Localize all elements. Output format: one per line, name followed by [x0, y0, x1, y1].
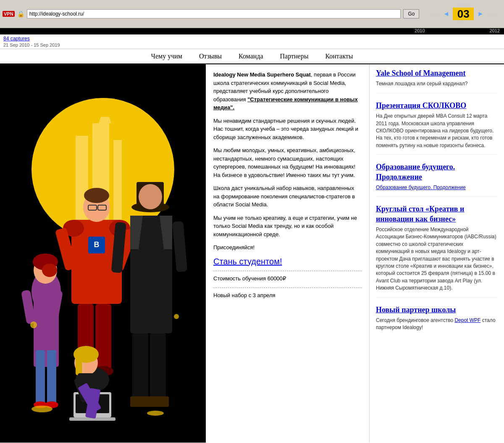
char-right — [111, 182, 188, 407]
svg-marker-3 — [99, 117, 111, 123]
hero-figures: B — [8, 90, 197, 434]
cta-button[interactable]: Стань студентом! — [213, 257, 362, 266]
svg-rect-41 — [148, 396, 169, 407]
svg-rect-47 — [76, 354, 82, 375]
main-content: B — [0, 64, 504, 443]
center-content: Idealogy New Media Superhero Squat, перв… — [206, 64, 370, 443]
svg-point-35 — [139, 184, 162, 209]
svg-point-26 — [42, 264, 57, 277]
sidebar-item-1: Презентация СКОЛКОВО На Дне открытых две… — [376, 101, 498, 155]
nav-item-2[interactable]: Команда — [239, 53, 263, 60]
svg-point-23 — [84, 188, 109, 203]
year-prev: 2010 — [415, 28, 425, 33]
sidebar-title-2[interactable]: Образование будущего. Продолжение — [376, 162, 498, 182]
captures-date: 21 Sep 2010 - 15 Sep 2019 — [3, 42, 60, 47]
intro-paragraph-3: Мы любим молодых, умных, креативных, амб… — [213, 146, 362, 179]
sidebar-item-3: Круглый стол «Креатив и инновации как би… — [376, 204, 498, 297]
svg-point-56 — [32, 406, 52, 412]
sidebar-title-0[interactable]: Yale School of Management — [376, 69, 498, 78]
sidebar-item-4: Новый партнер школы Сегодня брендинговое… — [376, 305, 498, 337]
captures-bar: 84 captures 21 Sep 2010 - 15 Sep 2019 — [0, 34, 504, 49]
captures-link[interactable]: 84 captures — [3, 36, 30, 42]
mar-label: MAR — [453, 3, 474, 8]
sidebar-body-2-link[interactable]: Образование будущего. Продолжение — [376, 185, 466, 190]
svg-rect-38 — [132, 333, 148, 405]
hero-svg: B — [8, 115, 197, 434]
divider-1 — [213, 271, 362, 271]
char-left — [21, 253, 63, 408]
wayback-year: 2011 — [453, 20, 474, 25]
wayback-date: 03 — [453, 8, 474, 20]
new-intake-section: Новый набор с 3 апреля — [213, 291, 362, 300]
nav-item-3[interactable]: Партнеры — [280, 53, 309, 60]
sidebar-title-4[interactable]: Новый партнер школы — [376, 305, 498, 315]
nav-item-1[interactable]: Отзывы — [199, 53, 222, 60]
sidebar-body-4-link[interactable]: Depot WPF — [454, 317, 480, 323]
nav-item-4[interactable]: Контакты — [325, 53, 353, 60]
vpn-badge: VPN — [3, 11, 15, 17]
intro-paragraph-2: Мы ненавидим стандартные решения и скучн… — [213, 117, 362, 142]
sidebar-body-3: Российское отделение Международной Ассоц… — [376, 226, 498, 292]
svg-rect-39 — [150, 333, 166, 405]
divider-2 — [213, 287, 362, 288]
hero-area: B — [0, 64, 206, 443]
sidebar-body-4-prefix: Сегодня брендинговое агентство — [376, 317, 454, 323]
browser-bar: VPN 🔒 Go SEP ◄ MAR 03 2011 ► AUG — [0, 0, 504, 28]
site-nav: Чему учим Отзывы Команда Партнеры Контак… — [0, 49, 504, 64]
nav-item-0[interactable]: Чему учим — [151, 53, 182, 60]
sidebar-item-2: Образование будущего. Продолжение Образо… — [376, 162, 498, 197]
svg-point-59 — [174, 314, 179, 319]
svg-rect-7 — [47, 350, 56, 405]
aug-label: AUG — [487, 11, 497, 16]
cost-section: Стоимость обучения 60000₽ — [213, 274, 362, 283]
next-arrow[interactable]: ► — [477, 10, 484, 18]
go-button[interactable]: Go — [403, 9, 419, 18]
sidebar-body-2: Образование будущего. Продолжение — [376, 184, 498, 191]
sidebar-body-1: На Дне открытых дверей MBA Consult 12 ма… — [376, 113, 498, 149]
intro-paragraph-4: Школа даст уникальный набор навыков, нап… — [213, 184, 362, 209]
sidebar-body-4: Сегодня брендинговое агентство Depot WPF… — [376, 317, 498, 332]
sidebar-body-0: Темная лошадка или серый кардинал? — [376, 80, 498, 87]
url-input[interactable] — [27, 9, 401, 18]
svg-rect-2 — [113, 140, 122, 220]
sidebar-item-0: Yale School of Management Темная лошадка… — [376, 69, 498, 93]
intro-paragraph-5: Мы учим не только креативу, а еще и стра… — [213, 214, 362, 239]
sep-label: SEP — [430, 11, 439, 16]
svg-rect-6 — [36, 350, 45, 405]
year-next: 2012 — [490, 28, 500, 33]
svg-text:B: B — [94, 240, 100, 249]
svg-point-58 — [30, 322, 37, 328]
sidebar-title-1[interactable]: Презентация СКОЛКОВО — [376, 101, 498, 111]
sidebar-title-3[interactable]: Круглый стол «Креатив и инновации как би… — [376, 204, 498, 224]
right-sidebar: Yale School of Management Темная лошадка… — [370, 64, 504, 443]
prev-arrow[interactable]: ◄ — [443, 10, 449, 18]
svg-point-57 — [147, 411, 164, 416]
lock-icon: 🔒 — [17, 11, 24, 17]
intro-paragraph-1: Idealogy New Media Superhero Squat, перв… — [213, 71, 362, 112]
intro-paragraph-6: Присоединяйся! — [213, 243, 362, 252]
svg-rect-43 — [172, 221, 187, 272]
